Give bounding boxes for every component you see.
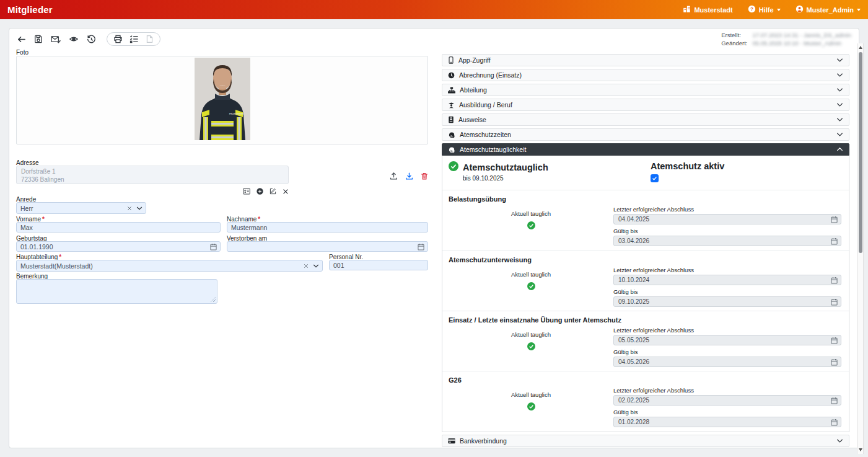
accordion-label: Ausbildung / Beruf [459, 101, 512, 109]
accordion-label: Atemschutzzeiten [460, 131, 511, 138]
created-value: 17.07.2023 14:31 - Jannis_DS_admin [752, 32, 851, 38]
menu-user[interactable]: Muster_Admin [796, 5, 861, 14]
save-button[interactable] [34, 35, 43, 43]
download-photo-button[interactable] [405, 172, 413, 183]
remove-address-button[interactable] [283, 186, 289, 197]
chevron-down-icon [836, 131, 843, 138]
mobile-icon [448, 56, 454, 64]
clear-icon[interactable] [304, 262, 309, 270]
add-address-button[interactable] [256, 186, 263, 197]
aktiv-title: Atemschutz aktiv [651, 161, 724, 171]
print-button[interactable] [113, 35, 123, 43]
accordion-label: App-Zugriff [458, 56, 491, 64]
valid-until-label: Gültig bis [613, 228, 841, 234]
last-completion-field: 02.02.2025 [613, 395, 841, 406]
last-completion-label: Letzter erfolgreicher Abschluss [613, 206, 841, 213]
scrollbar-thumb[interactable] [859, 52, 862, 253]
accordion-abrechnung[interactable]: Abrechnung (Einsatz) [442, 69, 849, 81]
menu-musterstadt[interactable]: Musterstadt [683, 5, 732, 14]
bemerkung-textarea[interactable] [16, 279, 217, 304]
status-valid-until: bis 09.10.2025 [463, 175, 651, 182]
calendar-icon[interactable] [210, 243, 217, 252]
toolbar-button-group [107, 32, 160, 46]
accordion-ausweise[interactable]: Ausweise [442, 113, 849, 126]
accordion-atemschutzzeiten[interactable]: Atemschutzzeiten [442, 128, 849, 141]
accordion-label: Bankverbindung [460, 437, 507, 445]
clear-icon[interactable] [127, 205, 132, 212]
edit-address-button[interactable] [270, 186, 276, 197]
hauptabteilung-select[interactable]: Musterstadt(Musterstadt) [16, 260, 323, 272]
check-circle-icon [527, 402, 535, 413]
changed-value: 05.05.2025 10:10 - Muster_Admin [752, 40, 851, 47]
date-value: 05.05.2025 [618, 337, 649, 344]
menu-user-label: Muster_Admin [807, 6, 854, 14]
atemschutz-aktiv-checkbox[interactable] [651, 174, 659, 182]
respirator-mask-icon [448, 131, 455, 138]
valid-until-field: 04.05.2026 [613, 357, 841, 367]
history-button[interactable] [87, 35, 96, 44]
accordion-app-zugriff[interactable]: App-Zugriff [442, 54, 849, 66]
accordion-atemschutztauglichkeit[interactable]: Atemschutztauglichkeit [442, 143, 849, 156]
back-button[interactable] [17, 35, 26, 44]
accordion-label: Abteilung [460, 86, 487, 94]
calendar-icon [831, 237, 838, 246]
vorname-field[interactable]: Max [16, 222, 221, 233]
verstorben-field[interactable] [227, 241, 428, 252]
valid-until-label: Gültig bis [613, 348, 841, 355]
section-title: Belastungsübung [449, 195, 841, 203]
city-icon [683, 5, 691, 14]
topbar: Mitglieder Musterstadt ? Hilfe Muster_Ad… [0, 0, 868, 19]
accordion-label: Ausweise [458, 116, 486, 123]
section-title: Atemschutzunterweisung [449, 256, 841, 264]
aktuell-tauglich-label: Aktuell tauglich [511, 210, 551, 217]
chevron-down-icon[interactable] [313, 262, 319, 270]
credit-card-icon [448, 438, 455, 444]
last-completion-field: 05.05.2025 [613, 335, 841, 345]
calendar-icon[interactable] [418, 243, 424, 252]
section-atemschutzunterweisung: Atemschutzunterweisung Aktuell tauglich … [442, 251, 849, 311]
id-badge-icon [448, 116, 454, 123]
geburtstag-field[interactable]: 01.01.1990 [16, 241, 221, 252]
app-window: Mitglieder Musterstadt ? Hilfe Muster_Ad… [0, 0, 868, 457]
mail-check-button[interactable] [51, 35, 61, 43]
date-value: 03.04.2026 [618, 237, 649, 244]
accordion-ausbildung[interactable]: Ausbildung / Beruf [442, 99, 849, 111]
atemschutz-aktiv: Atemschutz aktiv [651, 161, 724, 190]
personalnr-field[interactable]: 001 [329, 260, 428, 270]
accordion-abteilung[interactable]: Abteilung [442, 84, 849, 96]
aktuell-tauglich-label: Aktuell tauglich [511, 331, 551, 338]
check-circle-icon [527, 342, 535, 353]
scroll-down-arrow[interactable] [859, 448, 862, 451]
personalnr-value: 001 [333, 262, 344, 269]
status-title: Atemschutztauglich [463, 162, 548, 172]
menu-hilfe[interactable]: ? Hilfe [748, 5, 781, 14]
address-card-icon[interactable] [243, 186, 250, 197]
valid-until-field: 01.02.2028 [613, 417, 841, 427]
chevron-up-icon [836, 146, 843, 153]
delete-photo-button[interactable] [421, 172, 428, 183]
vertical-scrollbar[interactable] [857, 43, 864, 454]
respirator-mask-icon [448, 146, 455, 153]
chevron-down-icon[interactable] [136, 205, 142, 212]
section-g26: G26 Aktuell tauglich Letzter erfolgreich… [442, 371, 849, 431]
accordion-panel: App-Zugriff Abrechnung (Einsatz) Abteilu… [442, 54, 849, 450]
anrede-select[interactable]: Herr [16, 202, 146, 214]
calendar-icon [831, 337, 838, 345]
document-button[interactable] [146, 35, 154, 43]
upload-photo-button[interactable] [390, 172, 398, 183]
svg-text:?: ? [750, 6, 753, 12]
adresse-actions [16, 186, 289, 197]
nachname-field[interactable]: Mustermann [227, 222, 428, 233]
eye-button[interactable] [69, 35, 79, 43]
accordion-label: Abrechnung (Einsatz) [459, 71, 522, 79]
svg-text:FEUERWEHR: FEUERWEHR [229, 113, 243, 115]
list-check-button[interactable] [129, 35, 139, 43]
date-value: 10.10.2024 [618, 277, 649, 283]
menu-hilfe-label: Hilfe [759, 6, 774, 14]
topbar-menu: Musterstadt ? Hilfe Muster_Admin [683, 5, 861, 14]
last-completion-field: 04.04.2025 [613, 214, 841, 224]
section-title: Einsatz / Letzte einsatznahe Übung unter… [449, 316, 841, 324]
calendar-icon [831, 358, 838, 367]
scroll-up-arrow[interactable] [859, 46, 862, 49]
accordion-bankverbindung[interactable]: Bankverbindung [442, 435, 849, 447]
